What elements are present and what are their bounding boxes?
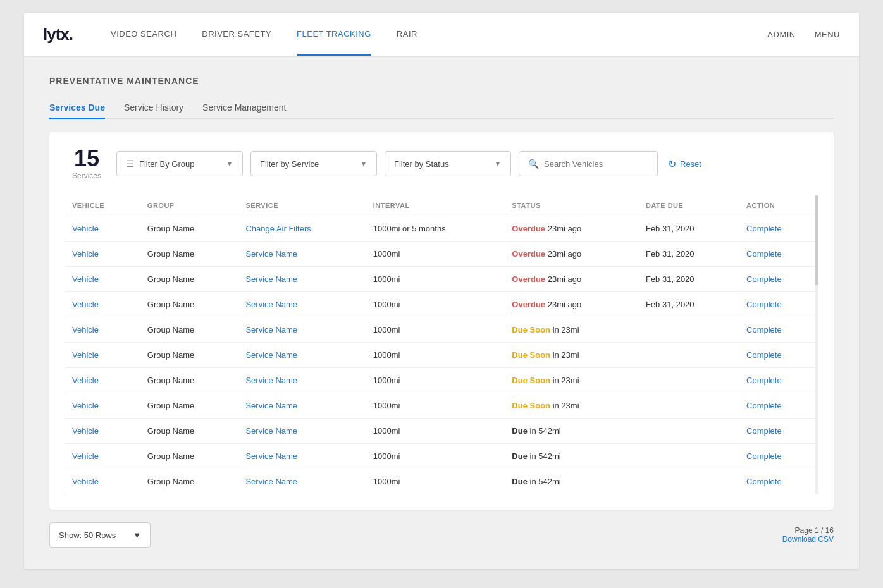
cell-action[interactable]: Complete <box>739 216 818 242</box>
cell-service[interactable]: Service Name <box>238 267 365 292</box>
cell-action[interactable]: Complete <box>739 292 818 317</box>
status-bold: Overdue <box>512 249 545 259</box>
cell-action[interactable]: Complete <box>739 444 818 469</box>
cell-service[interactable]: Service Name <box>238 242 365 267</box>
cell-service[interactable]: Service Name <box>238 292 365 317</box>
cell-vehicle[interactable]: Vehicle <box>65 242 140 267</box>
cell-action[interactable]: Complete <box>739 267 818 292</box>
tab-services-due[interactable]: Services Due <box>49 97 105 119</box>
status-rest: in 542mi <box>528 451 561 461</box>
cell-action[interactable]: Complete <box>739 242 818 267</box>
cell-vehicle[interactable]: Vehicle <box>65 267 140 292</box>
cell-date-due: Feb 31, 2020 <box>638 267 739 292</box>
nav-right-link-menu[interactable]: MENU <box>815 30 840 39</box>
chevron-down-icon: ▼ <box>226 159 233 168</box>
search-input[interactable] <box>544 159 648 169</box>
cell-interval: 1000mi <box>366 343 505 368</box>
cell-vehicle[interactable]: Vehicle <box>65 444 140 469</box>
cell-interval: 1000mi or 5 months <box>366 216 505 242</box>
status-rest: in 23mi <box>550 401 579 410</box>
cell-date-due <box>638 469 739 494</box>
nav-link-video-search[interactable]: VIDEO SEARCH <box>111 14 176 56</box>
cell-service[interactable]: Service Name <box>238 393 365 419</box>
cell-interval: 1000mi <box>366 242 505 267</box>
main-card: 15 Services ☰ Filter By Group ▼ Filter b… <box>49 132 834 510</box>
cell-date-due <box>638 444 739 469</box>
page-title: PREVENTATIVE MAINTENANCE <box>49 76 834 86</box>
reset-button[interactable]: ↻ Reset <box>668 158 701 170</box>
cell-date-due <box>638 317 739 343</box>
cell-date-due <box>638 419 739 444</box>
nav-link-fleet-tracking[interactable]: FLEET TRACKING <box>297 14 371 56</box>
status-bold: Due Soon <box>512 401 550 410</box>
cell-action[interactable]: Complete <box>739 419 818 444</box>
cell-group: Group Name <box>140 469 238 494</box>
status-rest: 23mi ago <box>545 274 581 284</box>
header-row: VEHICLEGROUPSERVICEINTERVALSTATUSDATE DU… <box>65 195 818 216</box>
cell-service[interactable]: Service Name <box>238 419 365 444</box>
cell-status: Overdue 23mi ago <box>504 216 638 242</box>
cell-date-due <box>638 368 739 393</box>
col-header-vehicle: VEHICLE <box>65 195 140 216</box>
cell-service[interactable]: Change Air Filters <box>238 216 365 242</box>
cell-service[interactable]: Service Name <box>238 368 365 393</box>
cell-group: Group Name <box>140 292 238 317</box>
nav-link-rair[interactable]: RAIR <box>397 14 417 56</box>
chevron-down-icon: ▼ <box>133 530 141 540</box>
cell-status: Overdue 23mi ago <box>504 292 638 317</box>
cell-group: Group Name <box>140 267 238 292</box>
cell-date-due: Feb 31, 2020 <box>638 216 739 242</box>
search-box[interactable]: 🔍 <box>519 151 658 176</box>
cell-vehicle[interactable]: Vehicle <box>65 343 140 368</box>
cell-interval: 1000mi <box>366 444 505 469</box>
nav-link-driver-safety[interactable]: DRIVER SAFETY <box>202 14 271 56</box>
status-rest: 23mi ago <box>545 300 581 309</box>
cell-vehicle[interactable]: Vehicle <box>65 216 140 242</box>
cell-action[interactable]: Complete <box>739 317 818 343</box>
download-csv-link[interactable]: Download CSV <box>782 535 834 544</box>
cell-date-due <box>638 393 739 419</box>
pagination-info: Page 1 / 16 <box>782 526 834 535</box>
cell-status: Due in 542mi <box>504 469 638 494</box>
status-bold: Overdue <box>512 274 545 284</box>
services-label: Services <box>65 171 109 180</box>
cell-vehicle[interactable]: Vehicle <box>65 419 140 444</box>
cell-vehicle[interactable]: Vehicle <box>65 469 140 494</box>
scroll-thumb[interactable] <box>815 195 818 285</box>
cell-action[interactable]: Complete <box>739 343 818 368</box>
cell-status: Due Soon in 23mi <box>504 368 638 393</box>
chevron-down-icon: ▼ <box>360 159 367 168</box>
filter-by-service-dropdown[interactable]: Filter by Service ▼ <box>250 151 377 176</box>
cell-service[interactable]: Service Name <box>238 444 365 469</box>
logo: lytx. <box>43 25 73 44</box>
filters-row: 15 Services ☰ Filter By Group ▼ Filter b… <box>65 147 818 180</box>
show-rows-dropdown[interactable]: Show: 50 Rows ▼ <box>49 522 151 548</box>
cell-status: Overdue 23mi ago <box>504 242 638 267</box>
cell-group: Group Name <box>140 444 238 469</box>
status-bold: Due <box>512 426 528 436</box>
cell-service[interactable]: Service Name <box>238 343 365 368</box>
cell-service[interactable]: Service Name <box>238 469 365 494</box>
col-header-date_due: DATE DUE <box>638 195 739 216</box>
cell-action[interactable]: Complete <box>739 469 818 494</box>
table-row: VehicleGroup NameService Name1000miOverd… <box>65 292 818 317</box>
cell-date-due <box>638 343 739 368</box>
cell-group: Group Name <box>140 368 238 393</box>
filter-by-group-dropdown[interactable]: ☰ Filter By Group ▼ <box>116 151 243 176</box>
nav-links: VIDEO SEARCHDRIVER SAFETYFLEET TRACKINGR… <box>111 14 767 56</box>
cell-vehicle[interactable]: Vehicle <box>65 393 140 419</box>
cell-action[interactable]: Complete <box>739 393 818 419</box>
filter-by-status-dropdown[interactable]: Filter by Status ▼ <box>385 151 511 176</box>
cell-service[interactable]: Service Name <box>238 317 365 343</box>
cell-status: Overdue 23mi ago <box>504 267 638 292</box>
cell-interval: 1000mi <box>366 419 505 444</box>
cell-vehicle[interactable]: Vehicle <box>65 368 140 393</box>
cell-vehicle[interactable]: Vehicle <box>65 317 140 343</box>
status-bold: Overdue <box>512 224 545 233</box>
cell-action[interactable]: Complete <box>739 368 818 393</box>
tab-service-management[interactable]: Service Management <box>202 97 286 119</box>
tab-service-history[interactable]: Service History <box>124 97 183 119</box>
nav-right-link-admin[interactable]: ADMIN <box>767 30 795 39</box>
cell-interval: 1000mi <box>366 368 505 393</box>
cell-vehicle[interactable]: Vehicle <box>65 292 140 317</box>
